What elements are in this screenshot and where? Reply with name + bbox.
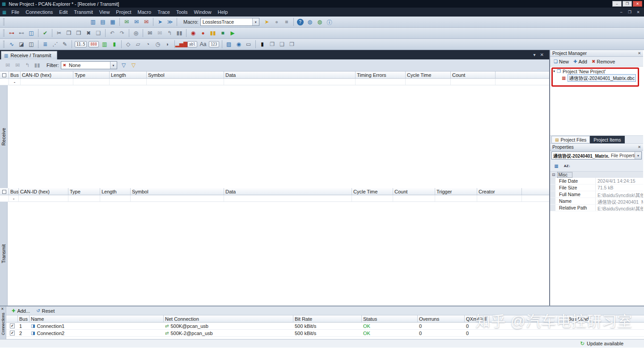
maximize-button[interactable]: ❐ — [623, 1, 632, 7]
tab-receive-transmit[interactable]: ▥ Receive / Transmit — [1, 51, 57, 59]
image-display-icon[interactable]: ▨ — [224, 40, 234, 49]
line-chart-icon[interactable]: ∿ — [7, 40, 17, 49]
column-header-data[interactable]: Data — [224, 188, 352, 195]
apply-check-icon[interactable]: ✔ — [40, 29, 50, 38]
new-project-button[interactable]: ❏ New — [551, 58, 571, 65]
property-row[interactable]: Name 通信协议-20240401_M... — [550, 198, 643, 205]
add-connection-button[interactable]: ✚ Add... — [12, 308, 30, 314]
text-display-icon[interactable]: Aa — [198, 40, 208, 49]
chevron-down-icon[interactable]: ▼ — [110, 62, 117, 69]
label-control-icon[interactable]: abl — [187, 41, 197, 47]
column-header-count[interactable]: Count — [451, 71, 496, 78]
column-header-length[interactable]: Length — [110, 71, 147, 78]
tracker-icon[interactable]: ≣ — [40, 40, 50, 49]
column-header-symbol[interactable]: Symbol — [131, 188, 224, 195]
chevron-down-icon[interactable]: ▼ — [635, 152, 641, 159]
reply-receive-icon[interactable]: ↰ — [22, 61, 32, 70]
close-button[interactable]: ✕ — [633, 1, 642, 7]
select-all-checkbox[interactable] — [2, 190, 6, 194]
new-transmit-message-icon[interactable]: ✉ — [122, 17, 131, 26]
trapezoid-meter-icon[interactable]: ▱ — [133, 40, 143, 49]
column-header-symbol[interactable]: Symbol — [147, 71, 224, 78]
column-header-select[interactable] — [6, 315, 18, 322]
mdi-minimize-button[interactable]: – — [618, 10, 625, 14]
send-message-icon[interactable]: ➤ — [155, 17, 165, 26]
connection-row[interactable]: ✔ 2 ◨ Connection2 ⇄ 500K-2@pcan_usb 500 … — [6, 330, 644, 337]
remove-file-button[interactable]: ✖ Remove — [589, 58, 617, 65]
column-header-cycle-time[interactable]: Cycle Time — [406, 71, 451, 78]
column-header-name[interactable]: Name — [30, 315, 164, 322]
record-marker-icon[interactable]: ● — [198, 29, 208, 38]
info-icon[interactable]: ⓘ — [325, 17, 335, 26]
property-row[interactable]: Relative Path E:\BaiduSyncdisk\其他... — [550, 205, 643, 211]
menu-item[interactable]: Project — [113, 8, 134, 16]
record-trace-icon[interactable]: ◉ — [188, 29, 198, 38]
menu-item[interactable]: Window — [191, 8, 215, 16]
play-trace-icon[interactable]: ▶ — [228, 29, 237, 38]
connection-row[interactable]: ✔ 1 ◨ Connection1 ⇄ 500K@pcan_usb 500 kB… — [6, 323, 644, 330]
close-document-icon[interactable]: ✕ — [540, 52, 544, 57]
transmit-placeholder-row[interactable]: - — [0, 195, 549, 202]
connect-icon[interactable]: ⊶ — [7, 29, 17, 38]
pause-scroll-icon[interactable]: ▮▮ — [32, 61, 42, 70]
filter-settings-icon[interactable]: ▽ — [129, 61, 139, 70]
numeric-display-icon[interactable]: 11.5 — [75, 41, 87, 47]
menu-item[interactable]: Macro — [135, 8, 155, 16]
column-header-bus[interactable]: Bus — [9, 188, 19, 195]
column-header-bus[interactable]: Bus — [18, 315, 30, 322]
add-file-button[interactable]: ✚ Add — [571, 58, 589, 65]
run-macro-icon[interactable]: ➤ — [262, 17, 272, 26]
project-tree-root[interactable]: ▾ ❐ Project 'New Project' — [550, 68, 643, 75]
column-header-net-connection[interactable]: Net Connection — [164, 315, 293, 322]
toolbar-grip[interactable] — [3, 29, 4, 37]
column-header-count[interactable]: Count — [393, 188, 435, 195]
menu-item[interactable]: Help — [215, 8, 231, 16]
sort-alphabetical-icon[interactable]: AZ↓ — [563, 162, 572, 170]
column-header-bit-rate[interactable]: Bit Rate — [293, 315, 362, 322]
reset-connections-button[interactable]: ↺ Reset — [36, 308, 55, 314]
disconnect-icon[interactable]: ⊷ — [17, 29, 26, 38]
categorized-view-icon[interactable]: ▦ — [552, 162, 561, 170]
draw-signal-icon[interactable]: ✎ — [60, 40, 70, 49]
column-header-bus-load[interactable]: Bus Load — [567, 315, 644, 322]
number-display-icon[interactable]: 123 — [209, 41, 219, 47]
delete-transmit-message-icon[interactable]: ✉ — [141, 17, 151, 26]
update-available-button[interactable]: ↻ Update available — [580, 340, 623, 347]
tree-expander-icon[interactable]: ▾ — [553, 69, 555, 73]
column-header-trigger[interactable]: Trigger — [435, 188, 477, 195]
close-icon[interactable]: ✕ — [638, 51, 641, 55]
collapse-icon[interactable]: ⊟ — [552, 172, 555, 177]
histogram-icon[interactable]: ▂▅▇ — [177, 40, 186, 49]
menu-item[interactable]: View — [96, 8, 113, 16]
receive-list-area[interactable] — [8, 85, 549, 188]
dial-gauge-icon[interactable]: ◔ — [143, 40, 153, 49]
connection-enabled-checkbox[interactable]: ✔ — [10, 331, 15, 335]
column-header-timing-errors[interactable]: Timing Errors — [356, 71, 406, 78]
macro-combobox[interactable]: LosslessTrace ▼ — [200, 18, 259, 26]
led-display-icon[interactable]: ◉ — [234, 40, 244, 49]
cut-icon[interactable]: ✂ — [54, 29, 64, 38]
chevron-down-icon[interactable]: ▼ — [252, 18, 259, 25]
pause-list-icon[interactable]: ▮▮ — [174, 29, 184, 38]
property-row[interactable]: Full Name E:\BaiduSyncdisk\其他... — [550, 191, 643, 198]
delete-icon[interactable]: ✖ — [84, 29, 93, 38]
transmit-select-column-header[interactable] — [0, 188, 9, 195]
column-header-can-id[interactable]: CAN-ID (hex) — [19, 188, 68, 195]
property-row[interactable]: File Date 2024/4/1 14:24:15 — [550, 178, 643, 184]
tab-project-files[interactable]: ▤ Project Files — [551, 136, 590, 143]
mdi-close-button[interactable]: ✕ — [635, 10, 642, 14]
redo-icon[interactable]: ↷ — [117, 29, 127, 38]
pause-messages-icon[interactable]: ✉ — [155, 29, 165, 38]
tab-project-items[interactable]: Project Items — [590, 136, 624, 143]
help-online-icon[interactable]: ◍ — [305, 17, 315, 26]
receive-transmit-view-icon[interactable]: ▥ — [88, 17, 98, 26]
menu-item[interactable]: Connections — [22, 8, 56, 16]
receive-placeholder-row[interactable]: - — [0, 79, 549, 85]
property-category-misc[interactable]: ⊟ Misc — [550, 172, 643, 178]
diamond-meter-icon[interactable]: ◇ — [123, 40, 133, 49]
paste-icon[interactable]: ❒ — [74, 29, 84, 38]
filter-icon[interactable]: ▽ — [119, 61, 129, 70]
column-header-bus[interactable]: Bus — [9, 71, 21, 78]
layout-panel-icon[interactable]: ❒ — [287, 40, 297, 49]
message-filter-view-icon[interactable]: ▤ — [98, 17, 108, 26]
